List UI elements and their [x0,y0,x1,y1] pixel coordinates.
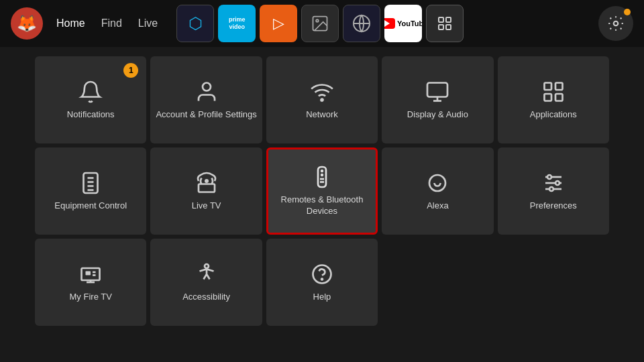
tile-display-audio[interactable]: Display & Audio [382,56,493,143]
tile-equipment[interactable]: Equipment Control [35,147,146,235]
tile-live-tv[interactable]: Live TV [150,147,262,235]
tile-equipment-label: Equipment Control [50,200,131,212]
svg-point-10 [321,99,323,101]
svg-point-43 [205,264,209,268]
svg-point-1 [316,19,319,22]
tile-preferences[interactable]: Preferences [498,147,609,235]
svg-rect-40 [86,271,91,275]
tile-account[interactable]: Account & Profile Settings [150,56,262,143]
svg-rect-17 [544,94,551,101]
settings-tiles-grid: 1 Notifications Account & Profile Settin… [35,56,609,326]
avatar[interactable]: 🦊 [11,7,43,40]
svg-rect-15 [555,82,563,90]
svg-rect-4 [439,17,443,22]
tile-remotes-label: Remotes & Bluetooth Devices [268,194,376,217]
settings-notification-dot [624,9,631,15]
svg-point-36 [549,187,553,191]
tile-my-fire-tv[interactable]: My Fire TV [35,239,146,326]
app-stremio[interactable]: ▷ [260,5,297,42]
svg-point-34 [547,175,551,179]
svg-rect-7 [446,25,451,29]
tile-accessibility-label: Accessibility [178,292,234,303]
tile-alexa-label: Alexa [423,200,453,212]
tile-help-label: Help [309,292,335,303]
app-icons: ⬡ prime video ▷ [176,5,593,42]
tile-notifications-label: Notifications [63,109,119,121]
svg-rect-14 [544,82,551,90]
tile-my-fire-tv-label: My Fire TV [66,292,116,303]
svg-rect-16 [555,94,563,101]
svg-point-35 [555,181,559,185]
svg-rect-24 [199,184,215,192]
settings-button[interactable] [598,6,633,41]
tile-alexa[interactable]: Alexa [382,147,493,235]
svg-point-9 [203,82,211,90]
svg-rect-11 [427,82,447,97]
svg-point-8 [614,21,619,26]
app-gallery[interactable] [301,5,339,42]
tile-preferences-label: Preferences [526,200,581,212]
app-browser[interactable] [343,5,380,42]
tile-accessibility[interactable]: Accessibility [150,239,262,326]
tile-applications-label: Applications [526,109,581,121]
tile-display-audio-label: Display & Audio [403,109,472,121]
notifications-badge: 1 [123,63,138,78]
app-grid-switcher[interactable] [426,5,464,42]
tile-network-label: Network [302,109,342,121]
svg-rect-5 [446,17,451,22]
app-prime-video[interactable]: prime video [218,5,256,42]
nav-find[interactable]: Find [101,17,122,29]
svg-point-23 [205,179,209,183]
tile-notifications[interactable]: 1 Notifications [35,56,146,143]
nav-links: Home Find Live [56,17,158,29]
topbar: 🦊 Home Find Live ⬡ prime video ▷ [0,0,644,47]
app-kodi[interactable]: ⬡ [176,5,214,42]
settings-grid: 1 Notifications Account & Profile Settin… [0,50,644,333]
tile-applications[interactable]: Applications [498,56,609,143]
tile-live-tv-label: Live TV [188,200,225,212]
app-youtube[interactable]: YouTube [384,5,422,42]
tile-help[interactable]: Help [266,239,378,326]
nav-live[interactable]: Live [138,17,158,29]
svg-rect-6 [439,25,443,29]
tile-account-label: Account & Profile Settings [152,109,260,121]
svg-point-30 [429,175,445,191]
tile-network[interactable]: Network [266,56,378,143]
tile-remotes[interactable]: Remotes & Bluetooth Devices [266,147,378,235]
nav-home[interactable]: Home [56,17,85,29]
